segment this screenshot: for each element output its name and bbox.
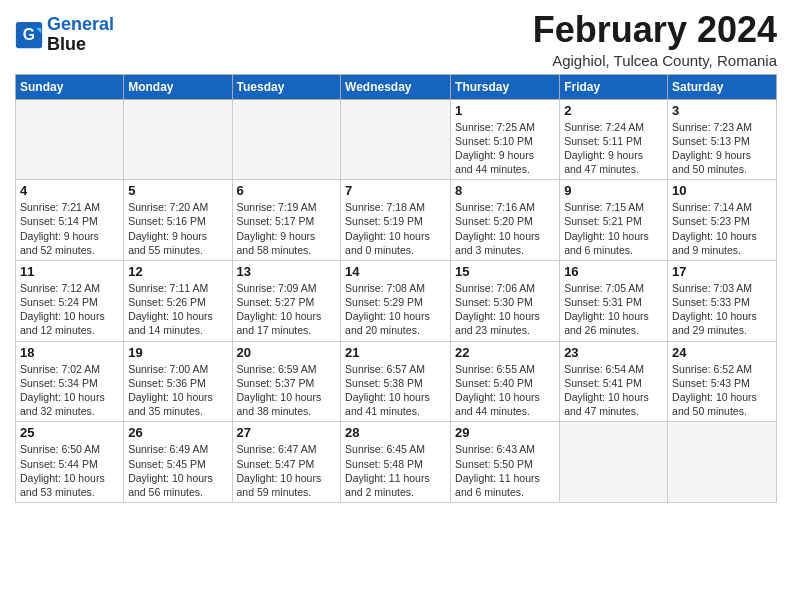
month-title: February 2024 <box>533 10 777 50</box>
calendar-cell: 24Sunrise: 6:52 AM Sunset: 5:43 PM Dayli… <box>668 341 777 422</box>
calendar-cell: 12Sunrise: 7:11 AM Sunset: 5:26 PM Dayli… <box>124 260 232 341</box>
day-info: Sunrise: 7:23 AM Sunset: 5:13 PM Dayligh… <box>672 120 772 177</box>
day-number: 29 <box>455 425 555 440</box>
day-number: 19 <box>128 345 227 360</box>
day-info: Sunrise: 7:03 AM Sunset: 5:33 PM Dayligh… <box>672 281 772 338</box>
weekday-header: Saturday <box>668 74 777 99</box>
weekday-header: Friday <box>560 74 668 99</box>
day-info: Sunrise: 7:12 AM Sunset: 5:24 PM Dayligh… <box>20 281 119 338</box>
day-info: Sunrise: 7:08 AM Sunset: 5:29 PM Dayligh… <box>345 281 446 338</box>
day-info: Sunrise: 6:55 AM Sunset: 5:40 PM Dayligh… <box>455 362 555 419</box>
title-block: February 2024 Agighiol, Tulcea County, R… <box>533 10 777 69</box>
day-number: 21 <box>345 345 446 360</box>
day-number: 23 <box>564 345 663 360</box>
day-info: Sunrise: 7:25 AM Sunset: 5:10 PM Dayligh… <box>455 120 555 177</box>
day-info: Sunrise: 6:47 AM Sunset: 5:47 PM Dayligh… <box>237 442 337 499</box>
day-number: 9 <box>564 183 663 198</box>
calendar-week-row: 11Sunrise: 7:12 AM Sunset: 5:24 PM Dayli… <box>16 260 777 341</box>
day-info: Sunrise: 7:02 AM Sunset: 5:34 PM Dayligh… <box>20 362 119 419</box>
day-number: 25 <box>20 425 119 440</box>
calendar-cell: 18Sunrise: 7:02 AM Sunset: 5:34 PM Dayli… <box>16 341 124 422</box>
calendar-cell: 11Sunrise: 7:12 AM Sunset: 5:24 PM Dayli… <box>16 260 124 341</box>
day-number: 6 <box>237 183 337 198</box>
day-info: Sunrise: 7:06 AM Sunset: 5:30 PM Dayligh… <box>455 281 555 338</box>
calendar-cell: 5Sunrise: 7:20 AM Sunset: 5:16 PM Daylig… <box>124 180 232 261</box>
day-info: Sunrise: 6:43 AM Sunset: 5:50 PM Dayligh… <box>455 442 555 499</box>
day-info: Sunrise: 6:59 AM Sunset: 5:37 PM Dayligh… <box>237 362 337 419</box>
calendar-cell: 29Sunrise: 6:43 AM Sunset: 5:50 PM Dayli… <box>451 422 560 503</box>
calendar-cell: 2Sunrise: 7:24 AM Sunset: 5:11 PM Daylig… <box>560 99 668 180</box>
day-info: Sunrise: 6:57 AM Sunset: 5:38 PM Dayligh… <box>345 362 446 419</box>
day-info: Sunrise: 7:11 AM Sunset: 5:26 PM Dayligh… <box>128 281 227 338</box>
day-number: 5 <box>128 183 227 198</box>
day-number: 16 <box>564 264 663 279</box>
day-info: Sunrise: 6:52 AM Sunset: 5:43 PM Dayligh… <box>672 362 772 419</box>
calendar-cell <box>232 99 341 180</box>
calendar-cell: 10Sunrise: 7:14 AM Sunset: 5:23 PM Dayli… <box>668 180 777 261</box>
logo-text: General Blue <box>47 15 114 55</box>
day-number: 3 <box>672 103 772 118</box>
calendar-table: SundayMondayTuesdayWednesdayThursdayFrid… <box>15 74 777 503</box>
calendar-cell: 9Sunrise: 7:15 AM Sunset: 5:21 PM Daylig… <box>560 180 668 261</box>
weekday-header: Tuesday <box>232 74 341 99</box>
day-info: Sunrise: 7:05 AM Sunset: 5:31 PM Dayligh… <box>564 281 663 338</box>
day-number: 20 <box>237 345 337 360</box>
calendar-cell <box>341 99 451 180</box>
day-number: 24 <box>672 345 772 360</box>
calendar-cell: 6Sunrise: 7:19 AM Sunset: 5:17 PM Daylig… <box>232 180 341 261</box>
day-number: 15 <box>455 264 555 279</box>
calendar-cell: 28Sunrise: 6:45 AM Sunset: 5:48 PM Dayli… <box>341 422 451 503</box>
day-info: Sunrise: 7:18 AM Sunset: 5:19 PM Dayligh… <box>345 200 446 257</box>
page-header: G General Blue February 2024 Agighiol, T… <box>15 10 777 69</box>
day-number: 26 <box>128 425 227 440</box>
day-info: Sunrise: 6:45 AM Sunset: 5:48 PM Dayligh… <box>345 442 446 499</box>
day-number: 2 <box>564 103 663 118</box>
calendar-week-row: 18Sunrise: 7:02 AM Sunset: 5:34 PM Dayli… <box>16 341 777 422</box>
day-info: Sunrise: 6:50 AM Sunset: 5:44 PM Dayligh… <box>20 442 119 499</box>
day-number: 17 <box>672 264 772 279</box>
calendar-cell: 4Sunrise: 7:21 AM Sunset: 5:14 PM Daylig… <box>16 180 124 261</box>
calendar-cell: 1Sunrise: 7:25 AM Sunset: 5:10 PM Daylig… <box>451 99 560 180</box>
day-info: Sunrise: 7:09 AM Sunset: 5:27 PM Dayligh… <box>237 281 337 338</box>
day-number: 7 <box>345 183 446 198</box>
calendar-cell <box>668 422 777 503</box>
day-number: 18 <box>20 345 119 360</box>
calendar-week-row: 1Sunrise: 7:25 AM Sunset: 5:10 PM Daylig… <box>16 99 777 180</box>
weekday-header: Sunday <box>16 74 124 99</box>
calendar-week-row: 4Sunrise: 7:21 AM Sunset: 5:14 PM Daylig… <box>16 180 777 261</box>
day-info: Sunrise: 7:00 AM Sunset: 5:36 PM Dayligh… <box>128 362 227 419</box>
day-info: Sunrise: 7:14 AM Sunset: 5:23 PM Dayligh… <box>672 200 772 257</box>
weekday-header: Thursday <box>451 74 560 99</box>
logo-icon: G <box>15 21 43 49</box>
calendar-cell: 27Sunrise: 6:47 AM Sunset: 5:47 PM Dayli… <box>232 422 341 503</box>
calendar-cell <box>16 99 124 180</box>
day-number: 11 <box>20 264 119 279</box>
day-info: Sunrise: 7:20 AM Sunset: 5:16 PM Dayligh… <box>128 200 227 257</box>
day-number: 14 <box>345 264 446 279</box>
calendar-cell: 21Sunrise: 6:57 AM Sunset: 5:38 PM Dayli… <box>341 341 451 422</box>
svg-text:G: G <box>23 26 35 43</box>
calendar-cell: 22Sunrise: 6:55 AM Sunset: 5:40 PM Dayli… <box>451 341 560 422</box>
calendar-body: 1Sunrise: 7:25 AM Sunset: 5:10 PM Daylig… <box>16 99 777 502</box>
calendar-cell: 20Sunrise: 6:59 AM Sunset: 5:37 PM Dayli… <box>232 341 341 422</box>
day-number: 10 <box>672 183 772 198</box>
calendar-cell: 19Sunrise: 7:00 AM Sunset: 5:36 PM Dayli… <box>124 341 232 422</box>
calendar-cell: 8Sunrise: 7:16 AM Sunset: 5:20 PM Daylig… <box>451 180 560 261</box>
calendar-cell: 14Sunrise: 7:08 AM Sunset: 5:29 PM Dayli… <box>341 260 451 341</box>
day-info: Sunrise: 7:15 AM Sunset: 5:21 PM Dayligh… <box>564 200 663 257</box>
calendar-cell: 7Sunrise: 7:18 AM Sunset: 5:19 PM Daylig… <box>341 180 451 261</box>
calendar-cell: 25Sunrise: 6:50 AM Sunset: 5:44 PM Dayli… <box>16 422 124 503</box>
day-number: 28 <box>345 425 446 440</box>
header-row: SundayMondayTuesdayWednesdayThursdayFrid… <box>16 74 777 99</box>
day-number: 27 <box>237 425 337 440</box>
day-number: 22 <box>455 345 555 360</box>
day-info: Sunrise: 7:21 AM Sunset: 5:14 PM Dayligh… <box>20 200 119 257</box>
calendar-cell: 16Sunrise: 7:05 AM Sunset: 5:31 PM Dayli… <box>560 260 668 341</box>
day-info: Sunrise: 7:19 AM Sunset: 5:17 PM Dayligh… <box>237 200 337 257</box>
day-info: Sunrise: 6:49 AM Sunset: 5:45 PM Dayligh… <box>128 442 227 499</box>
weekday-header: Monday <box>124 74 232 99</box>
calendar-cell: 13Sunrise: 7:09 AM Sunset: 5:27 PM Dayli… <box>232 260 341 341</box>
logo: G General Blue <box>15 15 114 55</box>
day-info: Sunrise: 7:16 AM Sunset: 5:20 PM Dayligh… <box>455 200 555 257</box>
day-number: 13 <box>237 264 337 279</box>
